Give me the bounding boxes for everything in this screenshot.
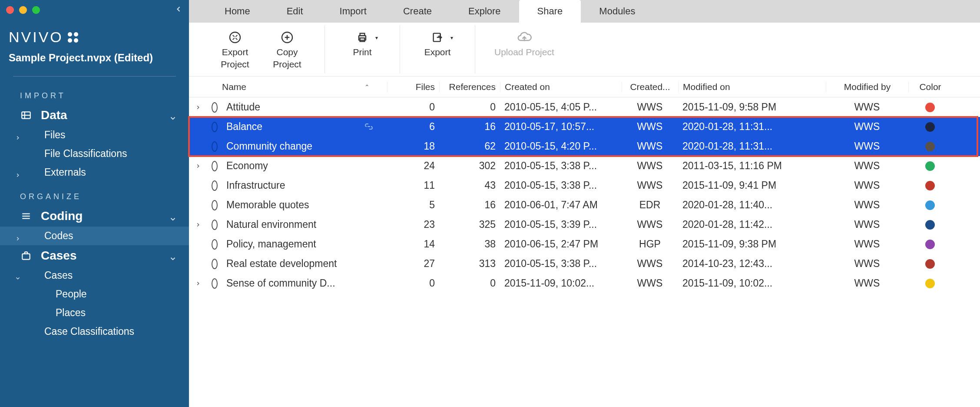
column-label: Created... <box>630 82 670 92</box>
coding-icon <box>20 210 32 222</box>
table-row[interactable]: Economy243022010-05-15, 3:38 P...WWS2011… <box>189 156 980 176</box>
row-modified-by: WWS <box>826 238 908 250</box>
svg-rect-13 <box>360 38 365 41</box>
tab-edit[interactable]: Edit <box>268 0 321 23</box>
column-label: References <box>449 82 496 92</box>
table-row[interactable]: Balance6162010-05-17, 10:57...WWS2020-01… <box>189 117 980 137</box>
sidebar-item-case-classifications[interactable]: Case Classifications <box>0 322 189 341</box>
collapse-sidebar-button[interactable] <box>174 4 183 16</box>
row-references: 16 <box>439 199 500 211</box>
main-panel: HomeEditImportCreateExploreShareModules … <box>189 0 980 407</box>
code-node-icon <box>207 200 222 210</box>
close-window[interactable] <box>6 6 14 14</box>
sidebar-item-files[interactable]: Files <box>0 126 189 144</box>
link-icon <box>364 122 374 132</box>
sidebar-item-people[interactable]: People <box>0 285 189 304</box>
row-modified-by: WWS <box>826 180 908 191</box>
sidebar-item-cases[interactable]: Cases <box>0 245 189 266</box>
tab-home[interactable]: Home <box>206 0 268 23</box>
column-references[interactable]: References <box>439 82 500 92</box>
table-row[interactable]: Real estate development273132010-05-15, … <box>189 254 980 274</box>
window-controls <box>0 0 189 20</box>
minimize-window[interactable] <box>19 6 27 14</box>
sidebar-item-externals[interactable]: Externals <box>0 163 189 182</box>
row-files: 27 <box>387 258 439 270</box>
column-label: Modified by <box>844 82 891 92</box>
row-color <box>908 161 952 171</box>
column-created-on[interactable]: Created on <box>500 82 622 92</box>
sidebar-item-coding[interactable]: Coding <box>0 206 189 227</box>
sidebar-item-label: Places <box>56 307 86 319</box>
chevron-right-icon <box>15 169 22 176</box>
row-created-on: 2015-11-09, 10:02... <box>500 277 622 289</box>
tab-import[interactable]: Import <box>321 0 385 23</box>
svg-rect-6 <box>22 254 30 260</box>
export-project-button[interactable]: Export Project <box>209 27 261 72</box>
ribbon-label: Project <box>221 59 249 70</box>
code-node-icon <box>207 122 222 132</box>
expand-toggle[interactable] <box>189 222 207 228</box>
row-name: Economy <box>222 160 387 172</box>
table-row[interactable]: Natural environment233252010-05-15, 3:39… <box>189 215 980 234</box>
row-files: 5 <box>387 199 439 211</box>
row-created-by: WWS <box>622 101 678 113</box>
table-row[interactable]: Infrastructure11432010-05-15, 3:38 P...W… <box>189 176 980 195</box>
svg-point-7 <box>230 32 240 43</box>
row-modified-by: WWS <box>826 121 908 133</box>
code-node-icon <box>207 220 222 230</box>
chevron-down-icon <box>15 272 22 279</box>
sidebar-item-cases-sub[interactable]: Cases <box>0 266 189 285</box>
table-row[interactable]: Policy, management14382010-06-15, 2:47 P… <box>189 234 980 254</box>
export-button[interactable]: ▾ Export <box>411 27 464 72</box>
tab-explore[interactable]: Explore <box>450 0 519 23</box>
row-color <box>908 200 952 210</box>
column-name[interactable]: Name ⌃ <box>222 82 387 92</box>
expand-toggle[interactable] <box>189 163 207 169</box>
table-row[interactable]: Community change18622010-05-15, 4:20 P..… <box>189 137 980 156</box>
column-color[interactable]: Color <box>908 82 952 92</box>
code-node-icon <box>207 278 222 289</box>
table-row[interactable]: Attitude002010-05-15, 4:05 P...WWS2015-1… <box>189 97 980 117</box>
print-button[interactable]: ▾ Print <box>336 27 388 72</box>
row-files: 0 <box>387 101 439 113</box>
expand-toggle[interactable] <box>189 104 207 110</box>
row-created-on: 2010-05-17, 10:57... <box>500 121 622 133</box>
row-modified-on: 2015-11-09, 9:41 PM <box>678 180 826 191</box>
ribbon-label: Project <box>273 59 301 70</box>
copy-project-button[interactable]: Copy Project <box>261 27 313 72</box>
tab-create[interactable]: Create <box>385 0 450 23</box>
cases-icon <box>20 250 32 262</box>
column-modified-on[interactable]: Modified on <box>678 82 826 92</box>
row-created-by: WWS <box>622 121 678 133</box>
sidebar-item-data[interactable]: Data <box>0 105 189 126</box>
sidebar-item-file-classifications[interactable]: File Classifications <box>0 144 189 163</box>
ribbon-label: Upload Project <box>494 47 554 57</box>
column-created-by[interactable]: Created... <box>622 82 678 92</box>
ribbon-label: Copy <box>276 47 298 57</box>
row-files: 18 <box>387 140 439 152</box>
table-row[interactable]: Memorable quotes5162010-06-01, 7:47 AMED… <box>189 195 980 215</box>
row-created-by: WWS <box>622 219 678 230</box>
tab-share[interactable]: Share <box>519 0 581 23</box>
row-files: 0 <box>387 277 439 289</box>
chevron-down-icon <box>169 252 177 260</box>
sidebar-item-label: Cases <box>41 249 77 263</box>
column-modified-by[interactable]: Modified by <box>826 82 908 92</box>
column-files[interactable]: Files <box>387 82 439 92</box>
app-name: NVIVO <box>9 29 63 46</box>
row-modified-by: WWS <box>826 199 908 211</box>
sidebar-item-codes[interactable]: Codes <box>0 227 189 245</box>
maximize-window[interactable] <box>32 6 40 14</box>
row-created-by: EDR <box>622 199 678 211</box>
tab-modules[interactable]: Modules <box>581 0 653 23</box>
row-modified-by: WWS <box>826 140 908 152</box>
sidebar-item-places[interactable]: Places <box>0 304 189 322</box>
row-modified-by: WWS <box>826 258 908 270</box>
row-references: 43 <box>439 180 500 191</box>
expand-toggle[interactable] <box>189 280 207 287</box>
table-row[interactable]: Sense of community D...002015-11-09, 10:… <box>189 274 980 293</box>
row-created-on: 2010-05-15, 3:39 P... <box>500 219 622 230</box>
ribbon-label: Print <box>353 47 371 57</box>
chevron-down-icon <box>169 212 177 220</box>
svg-rect-12 <box>360 33 365 35</box>
